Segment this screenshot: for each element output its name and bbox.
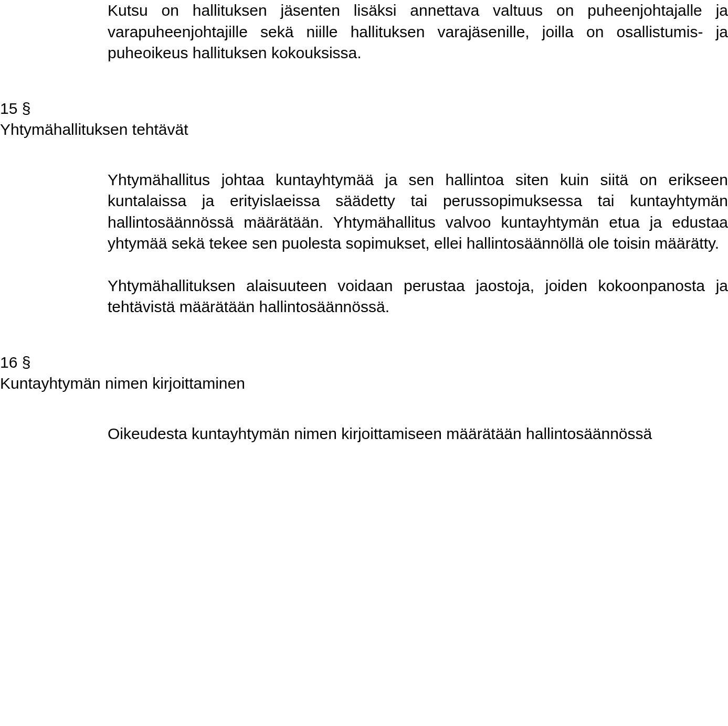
section16-number: 16 §	[0, 352, 728, 373]
section16-paragraph1: Oikeudesta kuntayhtymän nimen kirjoittam…	[108, 423, 728, 445]
section15-number: 15 §	[0, 98, 728, 120]
section16-title: Kuntayhtymän nimen kirjoittaminen	[0, 373, 728, 394]
section15-paragraph1: Yhtymähallitus johtaa kuntayhtymää ja se…	[108, 169, 728, 254]
section15-paragraph2: Yhtymähallituksen alaisuuteen voidaan pe…	[108, 275, 728, 318]
section14-paragraph1: Kutsu on hallituksen jäsenten lisäksi an…	[108, 0, 728, 64]
document-page: Kutsu on hallituksen jäsenten lisäksi an…	[0, 0, 728, 444]
section15-title: Yhtymähallituksen tehtävät	[0, 119, 728, 141]
